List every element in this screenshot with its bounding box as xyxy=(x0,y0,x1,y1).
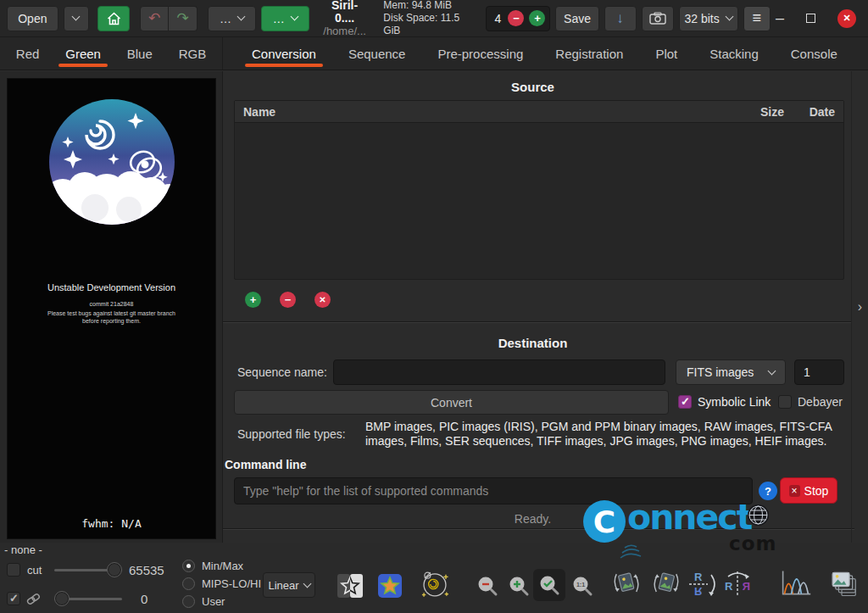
negative-view-button[interactable] xyxy=(334,570,366,602)
mirror-horizontal-button[interactable]: R R xyxy=(721,568,754,600)
output-format-dropdown[interactable]: FITS images xyxy=(676,359,786,385)
tab-blue[interactable]: Blue xyxy=(117,37,163,70)
zoom-fit-button[interactable] xyxy=(533,569,565,601)
convert-button[interactable]: Convert xyxy=(234,390,669,415)
spinner-plus-button[interactable]: + xyxy=(529,10,545,26)
tab-green[interactable]: Green xyxy=(55,37,111,70)
symbolic-link-checkbox[interactable]: Symbolic Link xyxy=(678,395,771,409)
rotate-right-button[interactable] xyxy=(650,567,682,599)
hamburger-menu-button[interactable]: ≡ xyxy=(743,6,771,31)
layer-name-label: - none - xyxy=(4,543,42,556)
stretch-mode-value: Linear xyxy=(268,579,298,592)
mirror-vertical-button[interactable]: R R xyxy=(687,568,720,600)
zoom-out-button[interactable] xyxy=(471,570,504,602)
false-color-star-icon xyxy=(377,573,403,599)
column-date[interactable]: Date xyxy=(796,105,843,119)
maximize-button[interactable] xyxy=(806,14,815,23)
stretch-mode-dropdown[interactable]: Linear xyxy=(263,572,315,598)
stop-x-icon: × xyxy=(789,485,800,497)
command-help-button[interactable]: ? xyxy=(759,482,777,500)
source-section-title: Source xyxy=(223,80,843,94)
expand-panel-button[interactable]: › xyxy=(858,299,862,315)
convert-button-label: Convert xyxy=(431,396,472,410)
tab-registration[interactable]: Registration xyxy=(545,37,633,70)
scripts-menu-button[interactable]: … xyxy=(261,6,309,31)
clear-list-button[interactable]: ✕ xyxy=(314,292,331,308)
image-list-button[interactable] xyxy=(826,567,858,599)
start-index-spinner[interactable]: 1 xyxy=(794,359,844,385)
undo-button[interactable]: ↶ xyxy=(140,6,169,31)
save-button[interactable]: Save xyxy=(555,6,598,31)
remove-file-button[interactable]: − xyxy=(280,292,296,308)
sequence-name-input[interactable] xyxy=(333,359,665,385)
bit-depth-dropdown[interactable]: 32 bits xyxy=(679,6,738,31)
close-button[interactable]: ✕ xyxy=(837,9,856,28)
slider-thumb[interactable] xyxy=(54,591,70,606)
zoom-fit-icon xyxy=(538,574,560,596)
channel-tabs: Red Green Blue RGB xyxy=(0,37,223,70)
mirror-horizontal-icon: R R xyxy=(721,568,754,600)
histogram-button[interactable] xyxy=(780,567,812,599)
high-cut-slider[interactable] xyxy=(54,562,122,577)
slider-thumb[interactable] xyxy=(107,562,122,577)
tab-plot[interactable]: Plot xyxy=(645,37,687,70)
hamburger-icon: ≡ xyxy=(753,9,762,27)
tab-sequence[interactable]: Sequence xyxy=(338,37,416,70)
save-as-button[interactable]: ↓ xyxy=(604,6,637,31)
radio-mips[interactable]: MIPS-LO/HI xyxy=(182,577,261,590)
cut-checkbox[interactable] xyxy=(7,563,20,577)
spinner-minus-button[interactable]: − xyxy=(508,10,524,26)
dev-notice: Please test bugs against latest git mast… xyxy=(8,309,215,325)
image-display-area[interactable]: Unstable Development Version commit 21a2… xyxy=(7,78,216,539)
chevron-down-icon xyxy=(72,13,81,21)
photometry-button[interactable] xyxy=(419,568,451,600)
column-name[interactable]: Name xyxy=(235,105,737,119)
minimize-button[interactable]: – xyxy=(776,9,784,27)
open-button[interactable]: Open xyxy=(7,6,58,31)
snapshot-button[interactable] xyxy=(642,6,674,31)
command-input[interactable] xyxy=(234,477,753,504)
add-files-button[interactable]: + xyxy=(245,292,261,308)
source-file-table[interactable]: Name Size Date xyxy=(234,100,844,280)
debayer-checkbox[interactable]: Debayer xyxy=(778,395,843,409)
window-title-block: Siril-0.... /home/... xyxy=(323,0,367,37)
tab-conversion[interactable]: Conversion xyxy=(242,37,326,70)
stop-button[interactable]: × Stop xyxy=(780,477,837,504)
mirror-vertical-icon: R R xyxy=(687,568,720,600)
zoom-one-icon: 1:1 xyxy=(571,575,593,597)
command-line-label: Command line xyxy=(225,458,306,471)
svg-text:R: R xyxy=(694,585,703,598)
svg-text:R: R xyxy=(694,571,703,583)
rotate-left-icon xyxy=(610,566,643,600)
tab-console[interactable]: Console xyxy=(781,37,848,70)
column-size[interactable]: Size xyxy=(737,105,796,119)
working-directory: /home/... xyxy=(323,25,367,37)
tab-rgb[interactable]: RGB xyxy=(169,37,217,70)
undo-redo-group: ↶ ↷ xyxy=(140,6,198,31)
low-cut-slider[interactable] xyxy=(54,591,122,606)
radio-user-label: User xyxy=(202,595,225,608)
help-icon: ? xyxy=(765,485,771,498)
false-color-button[interactable] xyxy=(374,570,406,602)
tab-stacking[interactable]: Stacking xyxy=(699,37,769,70)
undo-depth-spinner: 4 − + xyxy=(486,6,550,31)
tab-preprocessing[interactable]: Pre-processing xyxy=(427,37,533,70)
processing-menu-button[interactable]: … xyxy=(208,6,256,31)
redo-button[interactable]: ↷ xyxy=(169,6,198,31)
chevron-down-icon xyxy=(303,579,311,588)
home-button[interactable] xyxy=(97,6,130,31)
output-format-value: FITS images xyxy=(687,365,754,379)
close-icon: ✕ xyxy=(843,13,850,24)
zoom-in-button[interactable] xyxy=(503,570,535,602)
photometry-icon xyxy=(419,567,451,601)
tab-red[interactable]: Red xyxy=(6,37,50,70)
radio-user[interactable]: User xyxy=(182,595,225,608)
separator xyxy=(223,528,854,530)
zoom-one-to-one-button[interactable]: 1:1 xyxy=(566,570,598,602)
low-cut-value: 0 xyxy=(141,592,147,606)
table-header: Name Size Date xyxy=(235,101,843,123)
rotate-left-button[interactable] xyxy=(610,567,643,599)
link-cuts-checkbox[interactable] xyxy=(7,592,20,605)
radio-minmax[interactable]: Min/Max xyxy=(182,560,243,572)
open-recent-dropdown[interactable] xyxy=(64,6,89,31)
